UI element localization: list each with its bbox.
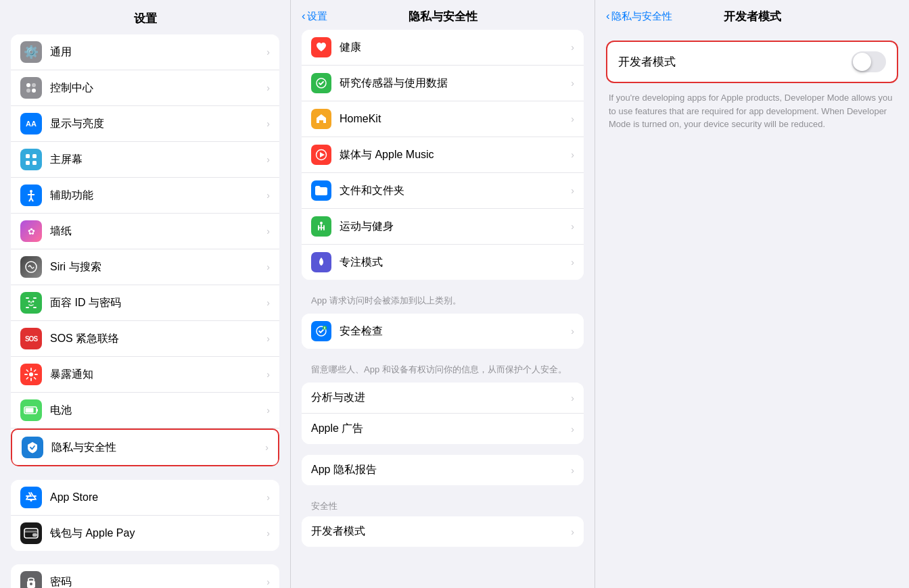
svg-rect-17 xyxy=(33,307,37,308)
privacy-icon xyxy=(22,437,43,458)
health-icon xyxy=(311,37,331,57)
homekit-label: HomeKit xyxy=(340,113,571,125)
svg-rect-32 xyxy=(26,408,34,413)
wallpaper-label: 墙纸 xyxy=(50,224,266,239)
appstore-label: App Store xyxy=(50,491,266,504)
privacy-row-media[interactable]: 媒体与 Apple Music › xyxy=(302,137,584,173)
svg-line-28 xyxy=(34,370,36,371)
files-icon xyxy=(311,180,331,201)
appstore-icon xyxy=(20,487,42,508)
exposure-label: 暴露通知 xyxy=(50,368,266,382)
toggle-knob xyxy=(853,53,871,71)
privacy-row-safety-check[interactable]: 安全检查 › xyxy=(302,314,584,349)
svg-rect-15 xyxy=(33,297,37,299)
settings-row-battery[interactable]: 电池 › xyxy=(11,393,279,428)
privacy-row-analytics[interactable]: 分析与改进 › xyxy=(302,383,584,414)
settings-list: ⚙️ 通用 › 控制中心 › AA 显示与亮度 › xyxy=(0,34,290,588)
privacy-row-health[interactable]: 健康 › xyxy=(302,30,584,66)
svg-rect-7 xyxy=(32,161,37,165)
faceid-label: 面容 ID 与密码 xyxy=(50,296,266,310)
battery-label: 电池 xyxy=(50,403,266,418)
sos-icon: SOS xyxy=(20,328,42,349)
focus-label: 专注模式 xyxy=(340,255,571,270)
privacy-panel: ‹ 设置 隐私与安全性 健康 › 研究传感器与使用数据 › xyxy=(291,0,595,588)
settings-row-faceid[interactable]: 面容 ID 与密码 › xyxy=(11,285,279,321)
privacy-content: 健康 › 研究传感器与使用数据 › HomeKit › xyxy=(291,30,595,588)
svg-rect-5 xyxy=(32,154,37,158)
settings-row-home[interactable]: 主屏幕 › xyxy=(11,142,279,178)
developer-mode-mid-label: 开发者模式 xyxy=(311,524,571,539)
safety-check-icon xyxy=(311,321,331,341)
settings-row-accessibility[interactable]: 辅助功能 › xyxy=(11,178,279,214)
privacy-row-research[interactable]: 研究传感器与使用数据 › xyxy=(302,66,584,101)
app-privacy-report-section: App 隐私报告 › xyxy=(302,455,584,485)
svg-point-21 xyxy=(29,372,33,376)
privacy-row-apple-ads[interactable]: Apple 广告 › xyxy=(302,414,584,444)
svg-rect-14 xyxy=(26,297,29,299)
privacy-row-files[interactable]: 文件和文件夹 › xyxy=(302,173,584,209)
safety-section: 安全检查 › xyxy=(302,314,584,349)
settings-row-sos[interactable]: SOS SOS 紧急联络 › xyxy=(11,321,279,357)
settings-section-password: 密码 › xyxy=(11,564,279,588)
research-icon xyxy=(311,73,331,93)
settings-row-wallpaper[interactable]: ✿ 墙纸 › xyxy=(11,214,279,249)
focus-icon xyxy=(311,252,331,272)
privacy-row-developer-mode[interactable]: 开发者模式 › xyxy=(302,516,584,547)
settings-row-password[interactable]: 密码 › xyxy=(11,564,279,588)
svg-rect-36 xyxy=(32,533,37,537)
svg-rect-31 xyxy=(37,409,38,412)
research-label: 研究传感器与使用数据 xyxy=(340,76,571,91)
privacy-header: ‹ 设置 隐私与安全性 xyxy=(291,0,595,30)
wallet-label: 钱包与 Apple Pay xyxy=(50,526,266,541)
health-label: 健康 xyxy=(340,41,571,55)
settings-row-siri[interactable]: Siri 与搜索 › xyxy=(11,249,279,285)
svg-line-29 xyxy=(26,378,28,379)
back-to-privacy-button[interactable]: ‹ 隐私与安全性 xyxy=(606,9,672,23)
privacy-row-app-privacy-report[interactable]: App 隐私报告 › xyxy=(302,455,584,485)
privacy-panel-title: 隐私与安全性 xyxy=(409,9,477,24)
settings-section-main: ⚙️ 通用 › 控制中心 › AA 显示与亮度 › xyxy=(11,34,279,466)
exposure-icon xyxy=(20,364,42,385)
settings-row-privacy[interactable]: ➤ 隐私与安全性 › xyxy=(11,428,279,466)
back-chevron-icon: ‹ xyxy=(302,9,306,23)
settings-row-appstore[interactable]: App Store › xyxy=(11,480,279,516)
files-label: 文件和文件夹 xyxy=(340,184,571,198)
settings-row-control[interactable]: 控制中心 › xyxy=(11,70,279,106)
safety-check-label: 安全检查 xyxy=(340,324,571,339)
settings-row-general[interactable]: ⚙️ 通用 › xyxy=(11,34,279,70)
settings-panel-title: 设置 xyxy=(0,0,290,34)
media-label: 媒体与 Apple Music xyxy=(340,148,571,162)
analytics-section: 分析与改进 › Apple 广告 › xyxy=(302,383,584,444)
svg-point-1 xyxy=(32,83,36,87)
back-chevron-right-icon: ‹ xyxy=(606,9,610,23)
settings-row-wallet[interactable]: 钱包与 Apple Pay › xyxy=(11,516,279,551)
apple-ads-label: Apple 广告 xyxy=(311,422,571,436)
settings-panel: 设置 ⚙️ 通用 › 控制中心 › AA 显示与亮度 › xyxy=(0,0,291,588)
settings-row-display[interactable]: AA 显示与亮度 › xyxy=(11,106,279,142)
privacy-row-homekit[interactable]: HomeKit › xyxy=(302,101,584,137)
developer-mode-panel-title: 开发者模式 xyxy=(724,9,781,24)
privacy-row-fitness[interactable]: 运动与健身 › xyxy=(302,209,584,245)
settings-row-exposure[interactable]: 暴露通知 › xyxy=(11,357,279,393)
accessibility-icon xyxy=(20,185,42,206)
svg-point-33 xyxy=(30,499,32,501)
developer-mode-toggle[interactable] xyxy=(852,51,886,72)
back-to-settings-button[interactable]: ‹ 设置 xyxy=(302,9,327,23)
display-icon: AA xyxy=(20,113,42,134)
analytics-label: 分析与改进 xyxy=(311,391,571,405)
privacy-row-focus[interactable]: 专注模式 › xyxy=(302,245,584,280)
media-icon xyxy=(311,145,331,165)
app-privacy-report-label: App 隐私报告 xyxy=(311,463,571,477)
privacy-label: 隐私与安全性 xyxy=(51,441,265,455)
privacy-section-apps: 健康 › 研究传感器与使用数据 › HomeKit › xyxy=(302,30,584,280)
general-chevron: › xyxy=(266,47,270,57)
svg-rect-16 xyxy=(26,307,29,308)
control-icon xyxy=(20,77,42,99)
home-icon xyxy=(20,149,42,170)
sos-label: SOS 紧急联络 xyxy=(50,332,266,346)
general-label: 通用 xyxy=(50,45,266,59)
developer-mode-description: If you're developing apps for Apple prod… xyxy=(606,91,898,131)
back-label: 设置 xyxy=(307,10,327,23)
svg-rect-6 xyxy=(26,161,30,165)
wallet-icon xyxy=(20,522,42,544)
